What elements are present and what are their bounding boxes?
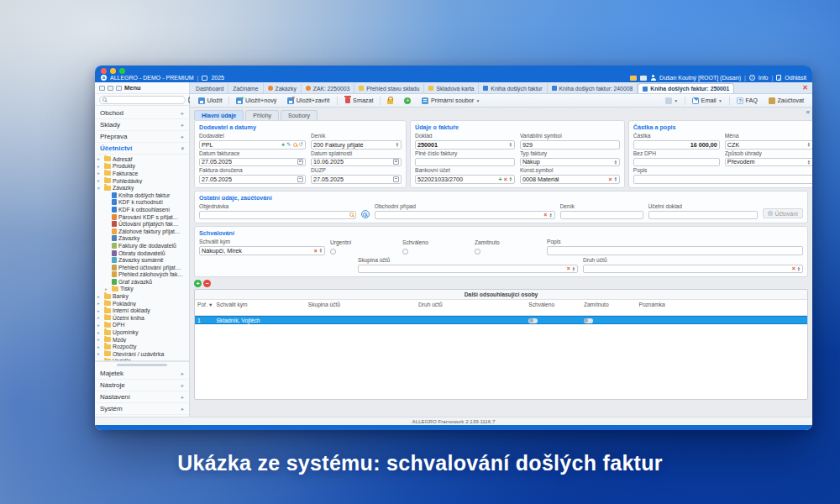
no-vat-field[interactable] xyxy=(633,158,720,167)
document-tab[interactable]: Zakázky xyxy=(264,83,302,93)
business-case-input[interactable] xyxy=(377,211,543,218)
due-date-field[interactable] xyxy=(311,158,402,167)
approved-toggle[interactable] xyxy=(528,318,538,323)
list-icon[interactable] xyxy=(116,86,122,91)
delete-button[interactable]: Smazat xyxy=(340,95,378,107)
rejected-radio[interactable] xyxy=(475,249,480,255)
search-icon[interactable] xyxy=(293,143,297,147)
stepper-icon[interactable]: ▲▼ xyxy=(614,176,617,181)
variable-symbol-field[interactable] xyxy=(520,140,620,150)
column-header[interactable]: Zamítnuto xyxy=(584,302,639,308)
tree-item[interactable]: Rozpočty xyxy=(95,343,189,350)
tree-chevron-icon[interactable] xyxy=(97,351,102,356)
faq-button[interactable]: FAQ xyxy=(732,95,762,107)
lock-button[interactable] xyxy=(383,95,397,106)
clear-icon[interactable]: × xyxy=(543,212,547,218)
add-icon[interactable]: + xyxy=(499,176,502,182)
user-name[interactable]: Dušan Koutný [ROOT] (Dusan) xyxy=(659,74,741,81)
duzp-field[interactable] xyxy=(311,175,402,184)
tree-item[interactable]: Faktury dle dodavatelů xyxy=(95,242,189,249)
tree-item[interactable]: Interní doklady xyxy=(95,307,189,314)
calendar-icon[interactable] xyxy=(393,159,399,165)
stepper-icon[interactable]: ▲▼ xyxy=(509,176,512,181)
invoice-type-input[interactable] xyxy=(522,158,612,165)
sidebar-section[interactable]: Účetnictví xyxy=(95,143,189,155)
document-tab[interactable]: ZAK: 2250003 xyxy=(302,83,354,93)
sidebar-section[interactable]: Systém xyxy=(95,403,189,415)
tree-chevron-icon[interactable] xyxy=(97,186,102,191)
document-tab[interactable]: Kniha došlých faktur: 240008 xyxy=(548,83,638,93)
payment-method-field[interactable]: ▲▼ xyxy=(725,158,812,167)
currency-field[interactable]: ▲▼ xyxy=(725,140,812,150)
constant-symbol-field[interactable]: × ▲▼ xyxy=(520,175,620,184)
bank-account-input[interactable] xyxy=(417,176,497,183)
order-input[interactable] xyxy=(202,211,348,218)
tree-item[interactable]: Upomínky xyxy=(95,328,189,336)
collapse-panel-icon[interactable]: « xyxy=(806,108,810,116)
stepper-icon[interactable]: ▲▼ xyxy=(396,142,399,147)
clear-icon[interactable]: × xyxy=(792,265,795,271)
save-close-button[interactable]: Uložit+zavřít xyxy=(283,95,333,107)
no-vat-input[interactable] xyxy=(636,158,717,165)
supplier-input[interactable] xyxy=(202,141,280,149)
add-user-button[interactable] xyxy=(400,95,415,106)
full-invoice-number-input[interactable] xyxy=(417,158,512,165)
splitter-grip[interactable] xyxy=(117,364,167,366)
approver-field[interactable]: × ▲▼ xyxy=(199,246,325,255)
variable-symbol-input[interactable] xyxy=(522,141,617,149)
form-tab[interactable]: Hlavní údaje xyxy=(194,110,244,120)
clear-icon[interactable]: × xyxy=(609,176,612,182)
approval-note-input[interactable] xyxy=(549,247,801,255)
chat-icon[interactable] xyxy=(630,76,637,81)
invoice-date-field[interactable] xyxy=(199,158,306,167)
tree-item[interactable]: Obraty dodavatelů xyxy=(95,249,189,257)
account-group-input[interactable] xyxy=(360,265,565,272)
currency-input[interactable] xyxy=(727,141,806,149)
tree-item[interactable]: Fakturace xyxy=(95,170,189,177)
full-invoice-number-field[interactable] xyxy=(415,158,515,167)
tree-chevron-icon[interactable] xyxy=(97,294,102,299)
tree-chevron-icon[interactable] xyxy=(105,286,109,291)
tree-chevron-icon[interactable] xyxy=(97,164,102,169)
journal-field[interactable]: ▲▼ xyxy=(311,140,402,150)
tree-item[interactable]: Mzdy xyxy=(95,336,189,344)
tree-chevron-icon[interactable] xyxy=(97,178,102,183)
primary-file-button[interactable]: Primární soubor ▼ xyxy=(417,95,484,107)
rejected-toggle[interactable] xyxy=(584,318,593,323)
logout-icon[interactable] xyxy=(776,75,781,81)
account-kind-input[interactable] xyxy=(585,265,790,272)
document-tab[interactable]: Začínáme xyxy=(228,83,263,93)
invoice-date-input[interactable] xyxy=(202,158,296,165)
tree-item[interactable]: Otevírání / uzávěrka xyxy=(95,350,189,358)
tree-item[interactable]: KDF k odsouhlasení xyxy=(95,206,189,213)
undo-icon[interactable]: ↺ xyxy=(299,141,303,148)
post-button[interactable]: Zaúčtovat xyxy=(764,95,808,107)
account-group-field[interactable]: × ▲▼ xyxy=(358,265,578,274)
received-date-field[interactable] xyxy=(199,175,306,184)
stepper-icon[interactable]: ▲▼ xyxy=(797,266,801,271)
payment-method-input[interactable] xyxy=(727,158,806,165)
stepper-icon[interactable]: ▲▼ xyxy=(572,266,575,271)
clear-icon[interactable]: × xyxy=(314,248,318,254)
document-number-input[interactable] xyxy=(417,141,507,149)
tree-chevron-icon[interactable] xyxy=(97,337,102,342)
window-layout-button[interactable]: ▼ xyxy=(661,95,682,106)
search-icon[interactable] xyxy=(349,213,354,217)
tree-chevron-icon[interactable] xyxy=(97,301,102,306)
sidebar-section[interactable]: Sklady xyxy=(95,119,189,131)
constant-symbol-input[interactable] xyxy=(522,176,607,183)
document-tab[interactable]: Přehled stavu skladu xyxy=(354,83,424,93)
add-icon[interactable]: + xyxy=(281,142,285,148)
column-header[interactable]: Skupina účtů xyxy=(308,302,418,308)
description-input[interactable] xyxy=(636,176,811,183)
maximize-window-icon[interactable] xyxy=(119,68,125,74)
order-search-button[interactable] xyxy=(361,210,370,218)
document-tab[interactable]: Skladová karta xyxy=(424,83,479,93)
approval-note-field[interactable] xyxy=(547,246,803,255)
column-header[interactable]: Poř. ▾ xyxy=(195,302,217,308)
form-tab[interactable]: Přílohy xyxy=(245,110,279,120)
fiscal-year[interactable]: 2025 xyxy=(211,74,224,81)
table-row[interactable]: 1 Skladník, Vojtěch xyxy=(195,316,807,324)
received-date-input[interactable] xyxy=(202,176,296,183)
printer-icon[interactable] xyxy=(640,76,647,81)
